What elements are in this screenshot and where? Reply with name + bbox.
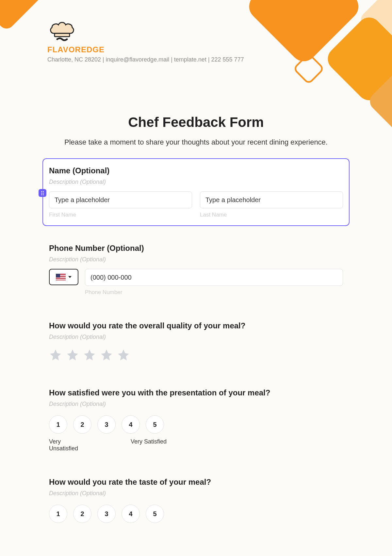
question-description: Description (Optional): [49, 256, 343, 263]
star-icon[interactable]: [100, 348, 113, 363]
chef-hat-logo: [47, 20, 244, 44]
form-title: Chef Feedback Form: [128, 114, 264, 130]
last-name-input[interactable]: [200, 191, 343, 208]
question-description[interactable]: Description (Optional): [49, 179, 343, 185]
quality-question-block[interactable]: How would you rate the overall quality o…: [42, 313, 350, 371]
first-name-input[interactable]: [49, 191, 192, 208]
rating-scale: 1 2 3 4 5: [49, 415, 343, 434]
phone-question-block[interactable]: Phone Number (Optional) Description (Opt…: [42, 236, 350, 304]
star-icon[interactable]: [117, 348, 130, 363]
country-code-selector[interactable]: [49, 269, 78, 285]
question-title: Phone Number (Optional): [49, 244, 343, 253]
chevron-down-icon: [68, 276, 72, 278]
question-title[interactable]: Name (Optional): [49, 166, 343, 175]
us-flag-icon: [56, 274, 66, 280]
scale-option-1[interactable]: 1: [49, 505, 67, 523]
decorative-shape: [0, 0, 48, 32]
question-title: How would you rate the taste of your mea…: [49, 478, 343, 487]
scale-option-4[interactable]: 4: [122, 415, 140, 434]
phone-number-input[interactable]: [85, 269, 343, 286]
phone-number-sublabel: Phone Number: [85, 289, 343, 296]
first-name-sublabel: First Name: [49, 212, 192, 218]
scale-option-2[interactable]: 2: [73, 415, 91, 434]
svg-rect-0: [55, 33, 70, 37]
question-description: Description (Optional): [49, 334, 343, 340]
header: FLAVOREDGE Charlotte, NC 28202 | inquire…: [47, 20, 244, 63]
question-title: How satisfied were you with the presenta…: [49, 388, 343, 397]
scale-option-4[interactable]: 4: [122, 505, 140, 523]
scale-option-2[interactable]: 2: [73, 505, 91, 523]
scale-option-1[interactable]: 1: [49, 415, 67, 434]
scale-low-label: Very Unsatisfied: [49, 438, 88, 452]
star-icon[interactable]: [49, 348, 62, 363]
presentation-question-block[interactable]: How satisfied were you with the presenta…: [42, 380, 350, 460]
last-name-sublabel: Last Name: [200, 212, 343, 218]
question-title: How would you rate the overall quality o…: [49, 321, 343, 330]
form-subtitle: Please take a moment to share your thoug…: [64, 138, 328, 147]
question-description: Description (Optional): [49, 401, 343, 408]
question-description: Description (Optional): [49, 490, 343, 497]
scale-option-3[interactable]: 3: [97, 415, 116, 434]
brand-contact: Charlotte, NC 28202 | inquire@flavoredge…: [47, 56, 244, 63]
rating-scale: 1 2 3 4 5: [49, 505, 343, 523]
scale-option-5[interactable]: 5: [146, 415, 164, 434]
taste-question-block[interactable]: How would you rate the taste of your mea…: [42, 470, 350, 531]
brand-name: FLAVOREDGE: [47, 45, 244, 54]
scale-option-5[interactable]: 5: [146, 505, 164, 523]
star-icon[interactable]: [83, 348, 96, 363]
name-question-block[interactable]: Name (Optional) Description (Optional) F…: [42, 158, 350, 226]
scale-option-3[interactable]: 3: [97, 505, 116, 523]
star-rating: [49, 348, 343, 363]
star-icon[interactable]: [66, 348, 79, 363]
drag-handle-icon[interactable]: [39, 189, 46, 197]
scale-high-label: Very Satisfied: [131, 438, 180, 452]
